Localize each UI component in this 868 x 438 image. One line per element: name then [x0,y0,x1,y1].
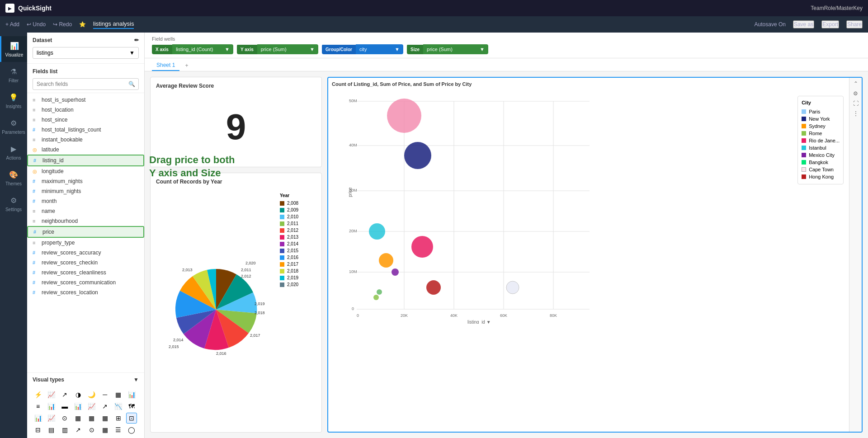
scatter-dot-bangkok[interactable] [377,289,382,295]
visual-icon-0[interactable]: ⚡ [33,389,43,400]
field-item-review_scores_communication[interactable]: #review_scores_communication [27,278,144,287]
sidebar-item-actions[interactable]: ▶ Actions [0,139,27,165]
search-input[interactable] [33,78,139,90]
field-item-host_total_listings_count[interactable]: #host_total_listings_count [27,125,144,135]
field-item-review_scores_cleanliness[interactable]: #review_scores_cleanliness [27,268,144,278]
pie-label-2011: 2,011 [241,268,251,272]
visual-icon-20[interactable]: ▦ [86,413,97,424]
visual-icon-8[interactable]: ≡ [33,401,43,412]
scatter-dot-mexico-city[interactable] [392,268,399,276]
visual-icon-21[interactable]: ▦ [99,413,110,424]
visual-icon-10[interactable]: ▬ [59,401,70,412]
field-item-longitude[interactable]: ◎longitude [27,166,144,176]
visual-types-header[interactable]: Visual types ▼ [27,373,144,386]
export-button[interactable]: Export [821,20,839,28]
visual-icon-17[interactable]: 📈 [46,413,57,424]
add-sheet-button[interactable]: + [183,61,190,71]
visual-icon-14[interactable]: 📉 [113,401,124,412]
scatter-dot-sydney[interactable] [379,253,393,268]
field-item-review_scores_checkin[interactable]: #review_scores_checkin [27,258,144,268]
field-item-maximum_nights[interactable]: #maximum_nights [27,176,144,186]
legend-item-New-York: New York [802,115,840,122]
scatter-dot-cape-town[interactable] [506,281,519,294]
scatter-dot-rio[interactable] [411,236,433,258]
dataset-selector[interactable]: listings ▼ [33,47,139,59]
field-item-latitude[interactable]: ◎latitude [27,145,144,155]
sidebar-item-filter[interactable]: ⚗ Filter [0,62,27,88]
field-item-neighbourhood[interactable]: ≡neighbourhood [27,216,144,226]
field-item-instant_bookable[interactable]: ≡instant_bookable [27,135,144,145]
field-item-review_scores_accuracy[interactable]: #review_scores_accuracy [27,248,144,258]
size-well[interactable]: Size price (Sum) ▼ [407,44,488,54]
collapse-button[interactable]: ⌃ [853,80,859,88]
visual-icon-3[interactable]: ◑ [73,389,84,400]
toolbar: + Add ↩ Undo ↪ Redo ⭐ listings analysis … [0,16,868,33]
field-item-host_is_superhost[interactable]: ≡host_is_superhost [27,95,144,105]
field-item-month[interactable]: #month [27,196,144,206]
field-item-price[interactable]: #price [27,226,144,238]
sidebar-item-themes[interactable]: 🎨 Themes [0,165,27,191]
visual-icon-31[interactable]: ◯ [126,424,137,435]
visual-icon-23[interactable]: ⊡ [126,413,137,424]
field-wells-title: Field wells [152,36,861,42]
group-color-well[interactable]: Group/Color city ▼ [322,44,403,54]
visual-icon-27[interactable]: ↗ [73,424,84,435]
sheet-tab-1[interactable]: Sheet 1 [152,60,179,71]
sidebar-item-insights[interactable]: 💡 Insights [0,88,27,113]
visual-icon-29[interactable]: ▦ [99,424,110,435]
visual-icon-6[interactable]: ▦ [113,389,124,400]
avg-review-title: Average Review Score [156,83,316,89]
pie-label-2020: 2,020 [245,261,256,265]
visual-icon-24[interactable]: ⊟ [33,424,43,435]
sidebar-item-parameters[interactable]: ⚙ Parameters [0,113,27,139]
x-axis-well[interactable]: X axis listing_id (Count) ▼ [152,44,233,54]
visual-icon-30[interactable]: ☰ [113,424,124,435]
settings-button[interactable]: ⚙ [852,89,859,98]
save-as-button[interactable]: Save as [793,20,814,28]
visual-icon-19[interactable]: ▦ [73,413,84,424]
visual-icon-7[interactable]: 📊 [126,389,137,400]
y-tick-50m: 50M [349,99,357,103]
visual-icon-9[interactable]: 📊 [46,401,57,412]
edit-icon[interactable]: ✏ [134,37,139,43]
undo-button[interactable]: ↩ Undo [27,21,46,28]
field-item-name[interactable]: ≡name [27,206,144,216]
scatter-dot-new-york[interactable] [404,142,431,169]
expand-button[interactable]: ⛶ [852,99,859,108]
visual-icon-4[interactable]: 🌙 [86,389,97,400]
visual-icon-2[interactable]: ↗ [59,389,70,400]
visual-icon-13[interactable]: ↗ [99,401,110,412]
dataset-label: Dataset ✏ [33,37,139,43]
field-item-host_since[interactable]: ≡host_since [27,115,144,125]
visual-icon-5[interactable]: ─ [99,389,110,400]
visual-icon-18[interactable]: ⊙ [59,413,70,424]
visual-icon-28[interactable]: ⊙ [86,424,97,435]
visual-icon-15[interactable]: 🗺 [126,401,137,412]
sidebar-item-settings[interactable]: ⚙ Settings [0,191,27,217]
scatter-dot-rome[interactable] [373,295,379,300]
visual-icon-1[interactable]: 📈 [46,389,57,400]
field-item-property_type[interactable]: ≡property_type [27,238,144,248]
visual-icon-12[interactable]: 📈 [86,401,97,412]
visual-icon-16[interactable]: 📊 [33,413,43,424]
sidebar-item-visualize[interactable]: 📊 Visualize [0,36,27,62]
field-item-host_location[interactable]: ≡host_location [27,105,144,115]
scatter-dot-istanbul[interactable] [369,223,385,240]
redo-button[interactable]: ↪ Redo [53,21,72,28]
legend-item-Rome: Rome [802,130,840,137]
more-button[interactable]: ⋮ [852,109,859,118]
x-tick-0: 0 [357,313,359,318]
visual-icon-26[interactable]: ▥ [59,424,70,435]
add-button[interactable]: + Add [5,21,19,28]
scatter-dot-paris[interactable] [387,99,421,133]
visual-icon-25[interactable]: ▤ [46,424,57,435]
share-button[interactable]: Share [846,20,863,28]
visual-icon-22[interactable]: ⊞ [113,413,124,424]
scatter-dot-hong-kong[interactable] [426,280,441,295]
visual-icon-11[interactable]: 📊 [73,401,84,412]
field-item-review_scores_location[interactable]: #review_scores_location [27,287,144,297]
legend-item-Bangkok: Bangkok [802,159,840,166]
field-item-listing_id[interactable]: #listing_id [27,155,144,166]
field-item-minimum_nights[interactable]: #minimum_nights [27,186,144,196]
y-axis-well[interactable]: Y axis price (Sum) ▼ [237,44,318,54]
